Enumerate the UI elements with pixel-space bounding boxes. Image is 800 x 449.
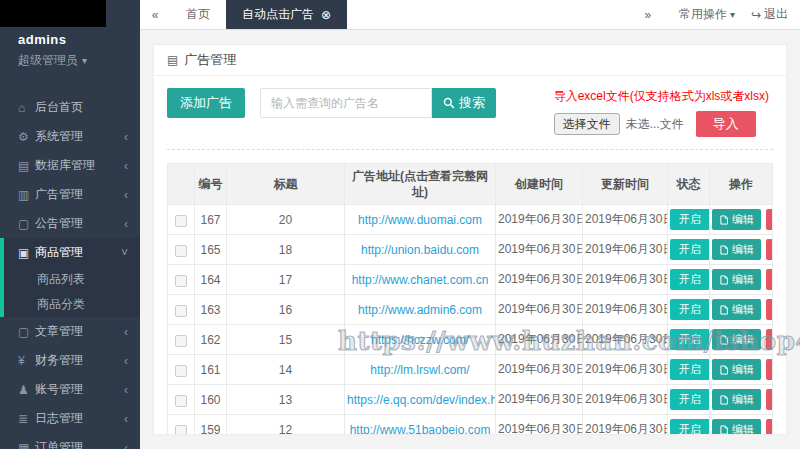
tab-auto-click-ads[interactable]: 自动点击广告 ⊗ xyxy=(226,0,347,29)
edit-button[interactable]: 编辑 xyxy=(712,239,761,260)
edit-button[interactable]: 编辑 xyxy=(712,389,761,410)
delete-button[interactable]: 删除 xyxy=(766,299,773,320)
sidebar: admins 超级管理员▾ ⌂ 后台首页 ⚙ 系统管理 ‹ ▤ 数据库管理 ‹ … xyxy=(0,0,140,449)
edit-button[interactable]: 编辑 xyxy=(712,299,761,320)
topbar-right: » 常用操作▾ ↪退出 xyxy=(633,0,800,29)
delete-button[interactable]: 删除 xyxy=(766,419,773,435)
search-input[interactable] xyxy=(260,88,432,118)
col-title: 标题 xyxy=(227,164,345,205)
chevron-icon: ‹ xyxy=(124,159,128,173)
ad-url-link[interactable]: http://union.baidu.com xyxy=(361,243,479,257)
search-group: 搜索 xyxy=(260,88,496,118)
ad-url-link[interactable]: http://lm.lrswl.com/ xyxy=(370,363,469,377)
row-checkbox[interactable] xyxy=(175,425,187,435)
edit-button[interactable]: 编辑 xyxy=(712,329,761,350)
sidebar-item[interactable]: ▣ 商品管理 ˅ xyxy=(4,238,140,267)
quick-actions-dropdown[interactable]: 常用操作▾ xyxy=(679,6,735,23)
delete-button[interactable]: 删除 xyxy=(766,239,773,260)
search-button-label: 搜索 xyxy=(459,94,485,112)
sidebar-item[interactable]: ⚙ 系统管理 ‹ xyxy=(0,122,140,151)
sidebar-item[interactable]: ⌂ 后台首页 xyxy=(0,93,140,122)
status-toggle-badge[interactable]: 开启 xyxy=(670,359,710,380)
logout-button[interactable]: ↪退出 xyxy=(751,6,788,23)
ad-url-link[interactable]: http://www.51baobeio.com xyxy=(350,423,491,435)
collapse-sidebar-icon[interactable]: « xyxy=(140,0,170,29)
row-checkbox[interactable] xyxy=(175,215,187,227)
row-checkbox[interactable] xyxy=(175,395,187,407)
edit-button[interactable]: 编辑 xyxy=(712,209,761,230)
ad-id: 160 xyxy=(195,385,227,415)
ad-url-link[interactable]: http://www.duomai.com xyxy=(358,213,482,227)
expand-tabs-icon[interactable]: » xyxy=(633,8,663,22)
chevron-icon: ‹ xyxy=(124,217,128,231)
delete-button[interactable]: 删除 xyxy=(766,209,773,230)
delete-button[interactable]: 删除 xyxy=(766,329,773,350)
database-icon: ▤ xyxy=(18,159,35,173)
col-updated: 更新时间 xyxy=(583,164,668,205)
edit-button[interactable]: 编辑 xyxy=(712,269,761,290)
status-toggle-badge[interactable]: 开启 xyxy=(670,209,710,230)
ad-id: 163 xyxy=(195,295,227,325)
table-row: 159 12 http://www.51baobeio.com 2019年06月… xyxy=(168,415,773,435)
sidebar-item[interactable]: ▥ 广告管理 ‹ xyxy=(0,180,140,209)
choose-file-button[interactable]: 选择文件 xyxy=(554,113,620,135)
home-icon: ⌂ xyxy=(18,101,35,115)
add-ad-button[interactable]: 添加广告 xyxy=(167,88,245,118)
status-toggle-badge[interactable]: 开启 xyxy=(670,269,710,290)
chevron-icon: ‹ xyxy=(124,441,128,449)
sidebar-item[interactable]: ≣ 日志管理 ‹ xyxy=(0,404,140,433)
ad-url-link[interactable]: http://www.admin6.com xyxy=(358,303,482,317)
caret-down-icon: ▾ xyxy=(82,55,87,66)
row-checkbox[interactable] xyxy=(175,305,187,317)
sidebar-item[interactable]: ▤ 数据库管理 ‹ xyxy=(0,151,140,180)
row-checkbox[interactable] xyxy=(175,245,187,257)
edit-button[interactable]: 编辑 xyxy=(712,419,761,435)
tab-home[interactable]: 首页 xyxy=(170,0,226,29)
ad-created-date: 2019年06月30日 xyxy=(496,295,583,325)
ad-id: 165 xyxy=(195,235,227,265)
row-checkbox[interactable] xyxy=(175,365,187,377)
ad-updated-date: 2019年06月30日 xyxy=(583,325,668,355)
col-url: 广告地址(点击查看完整网址) xyxy=(345,164,496,205)
sidebar-item[interactable]: ¥ 财务管理 ‹ xyxy=(0,346,140,375)
status-toggle-badge[interactable]: 开启 xyxy=(670,389,710,410)
status-toggle-badge[interactable]: 开启 xyxy=(670,239,710,260)
sidebar-item[interactable]: ▦ 订单管理 ‹ xyxy=(0,433,140,449)
edit-icon xyxy=(719,275,729,285)
sidebar-item[interactable]: ▢ 公告管理 ‹ xyxy=(0,209,140,238)
delete-button[interactable]: 删除 xyxy=(766,389,773,410)
delete-button[interactable]: 删除 xyxy=(766,359,773,380)
order-icon: ▦ xyxy=(18,441,35,449)
ad-created-date: 2019年06月30日 xyxy=(496,235,583,265)
import-button[interactable]: 导入 xyxy=(696,111,756,137)
ad-created-date: 2019年06月30日 xyxy=(496,415,583,435)
status-toggle-badge[interactable]: 开启 xyxy=(670,299,710,320)
ad-title: 15 xyxy=(227,325,345,355)
edit-icon xyxy=(719,395,729,405)
gear-icon: ⚙ xyxy=(18,130,35,144)
finance-icon: ¥ xyxy=(18,354,35,368)
table-row: 161 14 http://lm.lrswl.com/ 2019年06月30日 … xyxy=(168,355,773,385)
status-toggle-badge[interactable]: 开启 xyxy=(670,419,710,435)
row-checkbox[interactable] xyxy=(175,275,187,287)
tab-close-icon[interactable]: ⊗ xyxy=(321,8,331,22)
delete-button[interactable]: 删除 xyxy=(766,269,773,290)
file-row: 选择文件 未选...文件 导入 xyxy=(554,111,769,137)
table-header-row: 编号 标题 广告地址(点击查看完整网址) 创建时间 更新时间 状态 操作 xyxy=(168,164,773,205)
sidebar-item[interactable]: ♟ 账号管理 ‹ xyxy=(0,375,140,404)
select-all-header xyxy=(168,164,195,205)
status-toggle-badge[interactable]: 开启 xyxy=(670,329,710,350)
tab-home-label: 首页 xyxy=(186,6,210,23)
edit-button[interactable]: 编辑 xyxy=(712,359,761,380)
ad-url-link[interactable]: https://hczzw.com/ xyxy=(371,333,469,347)
sidebar-subitem[interactable]: 商品分类 xyxy=(4,292,140,317)
user-role-dropdown[interactable]: 超级管理员▾ xyxy=(18,52,140,69)
ad-url-link[interactable]: https://e.qq.com/dev/index.html xyxy=(347,393,496,407)
sidebar-item[interactable]: ▢ 文章管理 ‹ xyxy=(0,317,140,346)
search-button[interactable]: 搜索 xyxy=(432,88,496,118)
main-area: « 首页 自动点击广告 ⊗ » 常用操作▾ ↪退出 ▤ xyxy=(140,0,800,449)
row-checkbox[interactable] xyxy=(175,335,187,347)
ad-id: 161 xyxy=(195,355,227,385)
sidebar-subitem[interactable]: 商品列表 xyxy=(4,267,140,292)
ad-url-link[interactable]: http://www.chanet.com.cn xyxy=(352,273,489,287)
